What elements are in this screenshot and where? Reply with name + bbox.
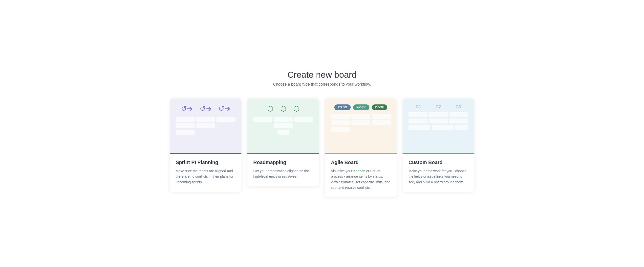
- roadmap-cell: [278, 130, 289, 135]
- sprint-cell: [176, 130, 195, 135]
- sprint-cell: [176, 117, 195, 122]
- custom-cell: [449, 112, 468, 117]
- agile-cell: [352, 114, 370, 119]
- agile-cell: [352, 120, 370, 125]
- sprint-cell-empty: [216, 123, 236, 128]
- roadmap-title: Roadmapping: [253, 160, 313, 165]
- sprint-icon-3: ↺➔: [218, 104, 230, 113]
- col-label-c2: C2: [431, 104, 446, 110]
- custom-cell: [408, 119, 428, 123]
- kanban-link[interactable]: Kanban: [354, 169, 365, 173]
- sprint-planning-card[interactable]: ↺➔ ↺➔ ↺➔: [170, 99, 242, 192]
- roadmap-icons: ⬡ ⬡ ⬡: [253, 104, 313, 113]
- agile-cell: [331, 127, 350, 132]
- agile-card[interactable]: TO DO WORK DONE: [325, 99, 397, 197]
- sprint-content: Sprint PI Planning Make sure the teams a…: [170, 154, 242, 192]
- agile-title: Agile Board: [331, 160, 391, 165]
- custom-cell: [408, 125, 430, 130]
- roadmap-content: Roadmapping Get your organization aligne…: [247, 154, 319, 186]
- roadmap-cell-empty: [253, 130, 276, 135]
- roadmap-cell: [274, 123, 293, 128]
- roadmap-cell-empty: [290, 130, 313, 135]
- custom-cell: [449, 119, 468, 123]
- roadmap-cell: [274, 117, 293, 122]
- roadmap-cell-empty: [294, 123, 313, 128]
- agile-cell-empty: [352, 127, 370, 132]
- custom-cell: [432, 125, 454, 130]
- sprint-grid: [176, 117, 236, 135]
- sprint-cell: [176, 123, 195, 128]
- roadmap-preview: ⬡ ⬡ ⬡: [247, 99, 319, 153]
- col-label-c3: C3: [451, 104, 466, 110]
- custom-cell: [455, 125, 468, 130]
- roadmap-cell: [294, 117, 313, 122]
- roadmap-cell-empty: [253, 123, 272, 128]
- agile-cell: [331, 120, 350, 125]
- col-label-c1: C1: [411, 104, 426, 110]
- sprint-cell-empty: [216, 130, 236, 135]
- custom-cell: [429, 112, 448, 117]
- roadmap-cell: [253, 117, 272, 122]
- custom-preview: C1 C2 C3: [402, 99, 474, 153]
- page-title: Create new board: [273, 70, 371, 80]
- agile-content: Agile Board Visualize your Kanban or Scr…: [325, 154, 397, 197]
- agile-cell: [331, 114, 350, 119]
- roadmap-icon-2: ⬡: [280, 104, 286, 113]
- done-badge: DONE: [372, 104, 388, 110]
- sprint-cell-empty: [196, 130, 215, 135]
- custom-cell: [408, 112, 428, 117]
- page-subtitle: Choose a board type that corresponds to …: [273, 82, 371, 87]
- sprint-icon-1: ↺➔: [181, 104, 193, 113]
- roadmap-icon-1: ⬡: [267, 104, 273, 113]
- custom-grid: [408, 112, 468, 130]
- custom-col-labels: C1 C2 C3: [408, 104, 468, 110]
- roadmapping-card[interactable]: ⬡ ⬡ ⬡: [247, 99, 319, 186]
- agile-cell-empty: [372, 127, 391, 132]
- custom-cell: [429, 119, 448, 123]
- roadmap-icon-3: ⬡: [293, 104, 300, 113]
- sprint-description: Make sure the teams are aligned and ther…: [176, 168, 236, 185]
- custom-description: Make your data work for you - choose the…: [408, 168, 468, 185]
- roadmap-grid: [253, 117, 313, 135]
- work-badge: WORK: [353, 104, 370, 110]
- page-header: Create new board Choose a board type tha…: [273, 70, 371, 87]
- agile-cell: [372, 120, 391, 125]
- todo-badge: TO DO: [334, 104, 351, 110]
- custom-card[interactable]: C1 C2 C3: [402, 99, 474, 192]
- agile-badges: TO DO WORK DONE: [331, 104, 391, 110]
- sprint-cell: [196, 117, 215, 122]
- sprint-cell: [196, 123, 215, 128]
- custom-title: Custom Board: [408, 160, 468, 165]
- sprint-title: Sprint PI Planning: [176, 160, 236, 165]
- sprint-preview: ↺➔ ↺➔ ↺➔: [170, 99, 242, 153]
- agile-description: Visualize your Kanban or Scrum process -…: [331, 168, 391, 190]
- sprint-icons: ↺➔ ↺➔ ↺➔: [176, 104, 236, 113]
- agile-cell: [372, 114, 391, 119]
- roadmap-description: Get your organization aligned on the hig…: [253, 168, 313, 179]
- custom-content: Custom Board Make your data work for you…: [402, 154, 474, 192]
- agile-preview: TO DO WORK DONE: [325, 99, 397, 153]
- agile-grid: [331, 114, 391, 132]
- cards-container: ↺➔ ↺➔ ↺➔: [170, 99, 474, 197]
- sprint-icon-2: ↺➔: [200, 104, 212, 113]
- sprint-cell: [216, 117, 236, 122]
